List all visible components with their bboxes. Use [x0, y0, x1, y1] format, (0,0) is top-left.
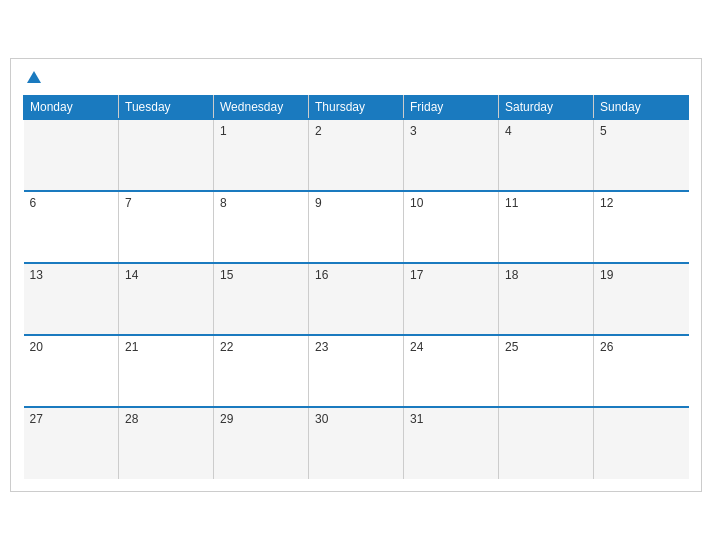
calendar-day-cell: 17	[404, 263, 499, 335]
day-number: 30	[315, 412, 328, 426]
day-number: 12	[600, 196, 613, 210]
calendar-day-cell: 14	[119, 263, 214, 335]
calendar-week-row: 13141516171819	[24, 263, 689, 335]
calendar-day-cell: 6	[24, 191, 119, 263]
weekday-header-friday: Friday	[404, 96, 499, 120]
calendar-day-cell: 4	[499, 119, 594, 191]
calendar-day-cell: 21	[119, 335, 214, 407]
calendar-day-cell: 27	[24, 407, 119, 479]
calendar-body: 1234567891011121314151617181920212223242…	[24, 119, 689, 479]
logo	[23, 69, 43, 87]
day-number: 5	[600, 124, 607, 138]
calendar-day-cell: 25	[499, 335, 594, 407]
weekday-header-sunday: Sunday	[594, 96, 689, 120]
calendar-day-cell: 12	[594, 191, 689, 263]
calendar-day-cell: 23	[309, 335, 404, 407]
calendar-day-cell: 1	[214, 119, 309, 191]
calendar-day-cell: 3	[404, 119, 499, 191]
calendar-day-cell: 29	[214, 407, 309, 479]
day-number: 21	[125, 340, 138, 354]
day-number: 17	[410, 268, 423, 282]
calendar-day-cell: 31	[404, 407, 499, 479]
day-number: 22	[220, 340, 233, 354]
calendar-day-cell	[119, 119, 214, 191]
calendar-day-cell: 2	[309, 119, 404, 191]
day-number: 24	[410, 340, 423, 354]
calendar-day-cell: 18	[499, 263, 594, 335]
day-number: 25	[505, 340, 518, 354]
calendar-day-cell: 20	[24, 335, 119, 407]
calendar-day-cell: 9	[309, 191, 404, 263]
calendar-table: MondayTuesdayWednesdayThursdayFridaySatu…	[23, 95, 689, 479]
weekday-header-thursday: Thursday	[309, 96, 404, 120]
day-number: 27	[30, 412, 43, 426]
day-number: 7	[125, 196, 132, 210]
day-number: 26	[600, 340, 613, 354]
weekday-header-saturday: Saturday	[499, 96, 594, 120]
day-number: 20	[30, 340, 43, 354]
logo-icon	[25, 69, 43, 87]
calendar-day-cell: 22	[214, 335, 309, 407]
weekday-header-monday: Monday	[24, 96, 119, 120]
day-number: 9	[315, 196, 322, 210]
day-number: 1	[220, 124, 227, 138]
day-number: 8	[220, 196, 227, 210]
day-number: 4	[505, 124, 512, 138]
calendar-day-cell	[499, 407, 594, 479]
day-number: 16	[315, 268, 328, 282]
calendar-day-cell: 8	[214, 191, 309, 263]
calendar-day-cell: 5	[594, 119, 689, 191]
calendar-day-cell: 24	[404, 335, 499, 407]
day-number: 29	[220, 412, 233, 426]
calendar-day-cell: 26	[594, 335, 689, 407]
day-number: 11	[505, 196, 518, 210]
calendar-day-cell: 7	[119, 191, 214, 263]
weekday-header-wednesday: Wednesday	[214, 96, 309, 120]
calendar-week-row: 12345	[24, 119, 689, 191]
day-number: 31	[410, 412, 423, 426]
calendar-day-cell	[594, 407, 689, 479]
day-number: 2	[315, 124, 322, 138]
day-number: 10	[410, 196, 423, 210]
calendar-day-cell: 16	[309, 263, 404, 335]
svg-marker-0	[27, 71, 41, 83]
calendar-header	[23, 69, 689, 87]
day-number: 18	[505, 268, 518, 282]
calendar-day-cell	[24, 119, 119, 191]
calendar-week-row: 6789101112	[24, 191, 689, 263]
calendar-week-row: 20212223242526	[24, 335, 689, 407]
day-number: 28	[125, 412, 138, 426]
calendar-day-cell: 30	[309, 407, 404, 479]
day-number: 13	[30, 268, 43, 282]
day-number: 6	[30, 196, 37, 210]
calendar-day-cell: 15	[214, 263, 309, 335]
calendar: MondayTuesdayWednesdayThursdayFridaySatu…	[10, 58, 702, 492]
calendar-day-cell: 28	[119, 407, 214, 479]
day-number: 15	[220, 268, 233, 282]
calendar-day-cell: 13	[24, 263, 119, 335]
weekday-header-tuesday: Tuesday	[119, 96, 214, 120]
day-number: 19	[600, 268, 613, 282]
calendar-day-cell: 11	[499, 191, 594, 263]
calendar-day-cell: 19	[594, 263, 689, 335]
calendar-week-row: 2728293031	[24, 407, 689, 479]
calendar-day-cell: 10	[404, 191, 499, 263]
weekday-header-row: MondayTuesdayWednesdayThursdayFridaySatu…	[24, 96, 689, 120]
day-number: 14	[125, 268, 138, 282]
day-number: 23	[315, 340, 328, 354]
day-number: 3	[410, 124, 417, 138]
